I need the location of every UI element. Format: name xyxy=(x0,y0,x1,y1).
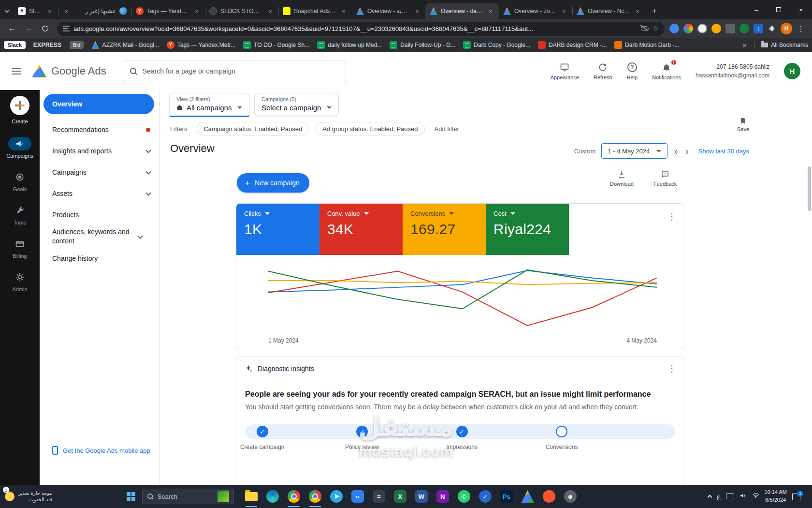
taskbar-search-input[interactable] xyxy=(158,493,214,500)
bookmark-darb-design-crm[interactable]: DARB design CRM -... xyxy=(538,41,607,49)
dropdown-caret-icon[interactable] xyxy=(449,212,454,215)
add-filter-button[interactable]: Add filter xyxy=(435,125,459,133)
dropdown-caret-icon[interactable] xyxy=(510,212,515,215)
tab-close-icon[interactable]: × xyxy=(340,7,348,15)
bookmark-todo-sheet[interactable]: TO DO - Google Sh... xyxy=(243,41,309,49)
account-info[interactable]: 207-186-5805 dahliz hassanhilalbook@gmai… xyxy=(696,62,769,80)
download-manager-icon[interactable]: ↓ xyxy=(754,24,763,33)
bookmarks-overflow-icon[interactable]: » xyxy=(743,41,747,49)
download-button[interactable]: Download xyxy=(610,170,634,187)
taskbar-vscode-icon[interactable]: ‹› xyxy=(347,485,368,508)
news-weather-widget[interactable]: 1 موجة حارة تحذير قيد الحدوث xyxy=(0,485,57,508)
ads-search-box[interactable] xyxy=(123,60,346,82)
sidebar-item-change-history[interactable]: Change history xyxy=(40,248,159,269)
taskbar-edge-icon[interactable] xyxy=(262,485,283,508)
forward-icon[interactable]: → xyxy=(21,21,36,36)
bookmark-star-icon[interactable]: ☆ xyxy=(652,24,659,33)
show-last-30-days-link[interactable]: Show last 30 days xyxy=(698,148,749,155)
eye-off-icon[interactable] xyxy=(641,26,649,31)
extension-icon-5[interactable] xyxy=(725,24,735,33)
url-text[interactable]: ads.google.com/aw/overview?ocid=36804763… xyxy=(73,25,637,32)
browser-tab-overview-ncomf[interactable]: Overview - Ncomf... × xyxy=(572,3,646,19)
scorecard-menu-icon[interactable]: ⋮ xyxy=(667,211,676,222)
refresh-button[interactable]: Refresh xyxy=(594,62,612,80)
sidebar-item-assets[interactable]: Assets xyxy=(40,183,159,204)
tab-close-icon[interactable]: × xyxy=(266,7,274,15)
google-ads-logo[interactable]: Google Ads xyxy=(32,65,106,77)
network-icon[interactable] xyxy=(752,492,759,501)
account-avatar[interactable]: H xyxy=(784,63,800,79)
ads-search-input[interactable] xyxy=(143,67,339,75)
search-highlight-thumbnail[interactable] xyxy=(218,491,229,502)
rail-item-admin[interactable]: Admin xyxy=(8,270,31,292)
bookmark-slack[interactable]: Slack xyxy=(4,41,26,49)
page-scrollbar[interactable] xyxy=(808,166,811,482)
bookmark-bid[interactable]: Bid xyxy=(70,41,84,49)
maximize-button[interactable] xyxy=(768,0,790,19)
tab-close-icon[interactable]: × xyxy=(62,7,70,15)
extension-icon-6[interactable] xyxy=(740,24,749,33)
new-campaign-button[interactable]: + New campaign xyxy=(237,173,309,193)
browser-tab-slack[interactable]: Slack × xyxy=(14,3,58,19)
metric-conversions[interactable]: Conversions 169.27 xyxy=(403,204,486,255)
metric-cost[interactable]: Cost Riyal224 xyxy=(486,204,569,255)
tab-close-icon[interactable]: × xyxy=(634,7,641,15)
taskbar-google-ads-icon[interactable] xyxy=(517,485,538,508)
taskbar-telegram-icon[interactable] xyxy=(326,485,347,508)
mobile-app-link[interactable]: Get the Google Ads mobile app xyxy=(40,439,153,455)
help-button[interactable]: ? Help xyxy=(627,62,638,80)
dropdown-caret-icon[interactable] xyxy=(364,212,369,215)
browser-tab-overview-dahliz-active[interactable]: Overview - dahliz × xyxy=(425,3,499,19)
metric-conv-value[interactable]: Conv. value 34K xyxy=(319,204,403,255)
tab-search-chevron-icon[interactable] xyxy=(0,3,14,19)
new-tab-button[interactable]: + xyxy=(648,4,661,18)
create-button[interactable]: Create xyxy=(10,96,29,124)
site-settings-icon[interactable] xyxy=(63,26,70,31)
taskbar-file-explorer-icon[interactable] xyxy=(241,485,262,508)
diagnostic-menu-icon[interactable]: ⋮ xyxy=(667,363,676,374)
rail-item-tools[interactable]: Tools xyxy=(8,204,31,225)
volume-icon[interactable] xyxy=(740,492,747,501)
bookmark-yandex-tags[interactable]: Tags — Yandex.Metr... xyxy=(167,41,235,49)
tab-close-icon[interactable]: × xyxy=(193,7,201,15)
browser-tab-slock-store[interactable]: SLOCK STORE — C... × xyxy=(205,3,278,19)
taskbar-word-icon[interactable]: W xyxy=(411,485,432,508)
notifications-button[interactable]: ! Notifications xyxy=(652,62,681,80)
campaign-selector[interactable]: Campaigns (5) Select a campaign xyxy=(254,93,339,116)
extension-icon-2[interactable] xyxy=(683,24,693,33)
bookmark-daily-follow-up-g[interactable]: Daily Follow-Up - G... xyxy=(390,41,455,49)
start-button[interactable] xyxy=(120,485,142,508)
taskbar-excel-icon[interactable]: X xyxy=(390,485,411,508)
sidebar-item-products[interactable]: Products xyxy=(40,204,159,225)
language-indicator[interactable]: ع xyxy=(717,493,721,500)
filter-chip-campaign-status[interactable]: Campaign status: Enabled, Paused xyxy=(197,122,309,135)
tab-close-icon[interactable]: × xyxy=(487,7,494,15)
bookmark-darb-motion[interactable]: Darb Motion Darb -... xyxy=(614,41,679,49)
extension-icon-1[interactable] xyxy=(669,24,679,33)
next-period-icon[interactable]: › xyxy=(684,146,690,157)
browser-tab-yandex-tags[interactable]: Tags — Yandex.Me... × xyxy=(131,3,205,19)
browser-tab-snapchat-ads[interactable]: Snapchat Ads Man... × xyxy=(278,3,352,19)
sidebar-item-audiences[interactable]: Audiences, keywords and content xyxy=(40,225,151,248)
rail-item-goals[interactable]: Goals xyxy=(8,170,31,192)
appearance-button[interactable]: Appearance xyxy=(551,62,579,80)
back-icon[interactable]: ← xyxy=(5,21,19,36)
dropdown-caret-icon[interactable] xyxy=(265,212,270,215)
refresh-icon[interactable] xyxy=(38,21,52,36)
action-center-icon[interactable]: 1 xyxy=(792,493,800,500)
hidden-icons-chevron[interactable] xyxy=(707,495,712,500)
browser-profile-avatar[interactable]: H xyxy=(781,23,792,34)
tab-close-icon[interactable]: × xyxy=(560,7,568,15)
taskbar-brave-icon[interactable] xyxy=(538,485,560,508)
taskbar-chrome-profile-icon[interactable] xyxy=(304,485,326,508)
bookmark-azzrk-mail[interactable]: AZZRK Mail - Googl... xyxy=(91,41,159,49)
browser-tab-arabic[interactable]: عشيها (غير ر × xyxy=(58,3,131,19)
extension-icon-4[interactable] xyxy=(711,24,721,33)
show-desktop-button[interactable] xyxy=(806,485,808,508)
feedback-button[interactable]: Feedback xyxy=(653,170,677,187)
sidebar-item-recommendations[interactable]: Recommendations xyxy=(40,119,159,140)
touch-keyboard-icon[interactable] xyxy=(726,493,734,499)
minimize-button[interactable]: – xyxy=(745,0,768,19)
bookmark-daily-follow-up-med[interactable]: daily follow up Med... xyxy=(317,41,382,49)
extension-icon-3[interactable] xyxy=(697,24,707,33)
